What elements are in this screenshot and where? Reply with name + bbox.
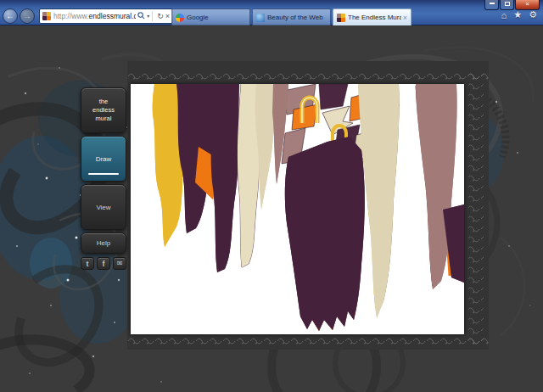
url-prefix: http://www. xyxy=(53,12,89,20)
tab-beauty-of-the-web[interactable]: Beauty of the Web xyxy=(252,8,331,25)
home-icon[interactable]: ⌂ xyxy=(501,10,507,20)
address-bar[interactable]: http://www.endlessmural.com/ ▾ ↻ × xyxy=(39,8,173,24)
minimize-button[interactable] xyxy=(484,0,499,10)
google-favicon xyxy=(176,14,184,22)
refresh-icon[interactable]: ↻ xyxy=(157,12,164,20)
back-button[interactable]: ← xyxy=(3,8,18,24)
drawing-canvas[interactable] xyxy=(131,84,464,334)
tab-close-icon[interactable]: × xyxy=(401,14,407,22)
forward-button[interactable]: → xyxy=(20,8,35,24)
view-button-label: View xyxy=(96,204,110,211)
settings-gear-icon[interactable]: ⚙ xyxy=(529,9,537,20)
address-divider xyxy=(152,11,153,21)
sidebar: the endless mural Draw View Help t f ✉ xyxy=(81,87,126,270)
command-icons: ⌂ ★ ⚙ xyxy=(501,9,537,20)
mural-artwork xyxy=(131,84,464,334)
draw-button-label: Draw xyxy=(96,155,112,163)
tab-label: Beauty of the Web xyxy=(267,14,327,21)
search-icon[interactable] xyxy=(137,12,145,20)
draw-active-indicator xyxy=(88,173,119,175)
endless-mural-favicon xyxy=(337,14,345,22)
tab-label: Google xyxy=(187,14,246,21)
url-domain: endlessmural.com xyxy=(89,12,137,20)
logo-line: mural xyxy=(96,115,112,123)
beauty-of-the-web-favicon xyxy=(256,14,265,22)
tab-label: The Endless Mural xyxy=(348,14,401,21)
tab-the-endless-mural[interactable]: The Endless Mural × xyxy=(333,8,411,25)
logo-line: endless xyxy=(92,106,115,115)
help-button[interactable]: Help xyxy=(81,232,126,254)
browser-window: × ← → http://www.endlessmural.com/ ▾ ↻ ×… xyxy=(0,0,543,392)
social-buttons: t f ✉ xyxy=(81,257,126,270)
search-dropdown-icon[interactable]: ▾ xyxy=(147,13,149,19)
tab-bar: Google Beauty of the Web The Endless Mur… xyxy=(171,8,413,25)
facebook-icon[interactable]: f xyxy=(97,257,110,270)
email-icon[interactable]: ✉ xyxy=(113,257,126,270)
help-button-label: Help xyxy=(97,239,110,247)
stop-icon[interactable]: × xyxy=(165,12,170,20)
url-text: http://www.endlessmural.com/ xyxy=(53,12,136,20)
browser-chrome: × ← → http://www.endlessmural.com/ ▾ ↻ ×… xyxy=(0,0,543,25)
site-logo[interactable]: the endless mural xyxy=(81,87,126,133)
draw-button[interactable]: Draw xyxy=(81,136,126,182)
site-favicon xyxy=(42,12,51,20)
navigation-bar: ← → http://www.endlessmural.com/ ▾ ↻ × xyxy=(3,7,176,25)
twitter-icon[interactable]: t xyxy=(81,257,94,270)
view-button[interactable]: View xyxy=(81,184,126,230)
page-content: the endless mural Draw View Help t f ✉ xyxy=(0,25,543,392)
tab-google[interactable]: Google xyxy=(171,8,250,25)
favorites-star-icon[interactable]: ★ xyxy=(513,9,522,20)
logo-line: the xyxy=(99,98,108,106)
